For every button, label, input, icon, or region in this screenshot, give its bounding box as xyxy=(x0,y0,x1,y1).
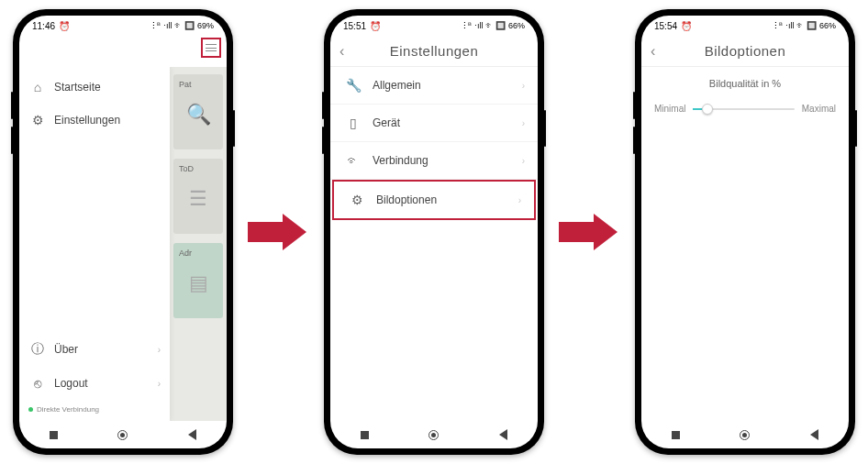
settings-item-device[interactable]: ▯Gerät› xyxy=(330,105,538,142)
info-icon: ⓘ xyxy=(28,341,47,358)
settings-item-image-options-icon: ⚙ xyxy=(347,193,367,207)
android-navbar xyxy=(641,421,849,448)
logout-icon: ⎋ xyxy=(28,376,47,391)
slider-min-label: Minimal xyxy=(654,104,685,114)
chevron-right-icon: › xyxy=(522,118,525,128)
settings-item-label: Allgemein xyxy=(373,79,421,92)
connection-status: Direkte Verbindung xyxy=(19,400,170,421)
status-bar: 15:54 ⏰ ⵗ ᴮ ⋅ıll ᯤ 🔲 66% xyxy=(641,16,849,36)
card-label: ToD xyxy=(179,164,194,173)
settings-item-label: Verbindung xyxy=(373,154,428,167)
android-navbar xyxy=(330,421,538,448)
hamburger-highlight xyxy=(201,38,221,58)
card-todo[interactable]: ToD ☰ xyxy=(173,159,223,234)
phone-3: 15:54 ⏰ ⵗ ᴮ ⋅ıll ᯤ 🔲 66% ‹ Bildoptionen … xyxy=(635,9,855,455)
power-button[interactable] xyxy=(233,110,235,147)
status-time: 15:54 xyxy=(654,21,677,31)
hamburger-icon[interactable] xyxy=(206,44,217,51)
volume-up[interactable] xyxy=(633,92,635,119)
settings-item-connection[interactable]: ᯤVerbindung› xyxy=(330,142,538,180)
phone-1: 11:46 ⏰ ⵗ ᴮ ⋅ıll ᯤ 🔲 69% Pat 🔍 ToD ☰ xyxy=(13,9,233,455)
flow-arrow-2 xyxy=(559,214,621,250)
card-address[interactable]: Adr ▤ xyxy=(173,243,223,318)
quality-slider[interactable] xyxy=(693,108,794,110)
status-bar: 15:51 ⏰ ⵗ ᴮ ⋅ıll ᯤ 🔲 66% xyxy=(330,16,538,36)
settings-list: 🔧Allgemein›▯Gerät›ᯤVerbindung›⚙Bildoptio… xyxy=(330,67,538,220)
settings-item-image-options[interactable]: ⚙Bildoptionen› xyxy=(332,180,536,220)
alarm-icon: ⏰ xyxy=(370,21,381,31)
sidebar-item-settings[interactable]: ⚙ Einstellungen xyxy=(19,104,170,137)
page-title: Einstellungen xyxy=(390,43,479,59)
volume-up[interactable] xyxy=(11,92,13,119)
card-label: Adr xyxy=(179,249,192,258)
power-button[interactable] xyxy=(544,110,546,147)
status-indicators: ⵗ ᴮ ⋅ıll ᯤ 🔲 69% xyxy=(152,21,214,30)
alarm-icon: ⏰ xyxy=(681,21,692,31)
card-label: Pat xyxy=(179,80,192,89)
alarm-icon: ⏰ xyxy=(59,21,70,31)
phone-2: 15:51 ⏰ ⵗ ᴮ ⋅ıll ᯤ 🔲 66% ‹ Einstellungen… xyxy=(324,9,544,455)
list-icon: ☰ xyxy=(189,187,207,211)
recents-button[interactable] xyxy=(361,431,369,439)
status-indicators: ⵗ ᴮ ⋅ıll ᯤ 🔲 66% xyxy=(463,21,525,30)
connection-label: Direkte Verbindung xyxy=(37,405,99,414)
chevron-right-icon: › xyxy=(522,81,525,91)
android-navbar xyxy=(19,421,227,448)
home-icon: ⌂ xyxy=(28,80,47,94)
back-button[interactable] xyxy=(188,429,196,440)
sidebar-item-label: Über xyxy=(54,343,78,356)
slider-max-label: Maximal xyxy=(802,104,836,114)
volume-down[interactable] xyxy=(633,127,635,154)
book-icon: ▤ xyxy=(189,271,208,295)
home-button[interactable] xyxy=(740,430,750,440)
back-icon[interactable]: ‹ xyxy=(651,43,655,60)
back-icon[interactable]: ‹ xyxy=(339,43,344,60)
search-person-icon: 🔍 xyxy=(186,103,211,127)
app-bar: ‹ Bildoptionen xyxy=(641,36,849,67)
chevron-right-icon: › xyxy=(522,156,525,166)
status-time: 11:46 xyxy=(32,21,55,31)
sidebar-item-label: Logout xyxy=(54,377,88,390)
quality-heading: Bildqualität in % xyxy=(641,67,849,104)
flow-arrow-1 xyxy=(248,214,310,250)
back-button[interactable] xyxy=(499,429,507,440)
volume-down[interactable] xyxy=(322,127,324,154)
settings-item-general-icon: 🔧 xyxy=(343,78,363,93)
app-bar: ‹ Einstellungen xyxy=(330,36,538,67)
content-dimmed: Pat 🔍 ToD ☰ Adr ▤ xyxy=(170,67,227,421)
settings-item-label: Bildoptionen xyxy=(376,193,437,206)
sidebar-item-about[interactable]: ⓘ Über › xyxy=(19,332,170,367)
home-button[interactable] xyxy=(117,430,128,440)
volume-up[interactable] xyxy=(322,92,324,119)
chevron-right-icon: › xyxy=(518,195,521,205)
back-button[interactable] xyxy=(810,429,818,440)
status-dot-icon xyxy=(28,407,33,412)
settings-item-device-icon: ▯ xyxy=(343,116,363,130)
chevron-right-icon: › xyxy=(158,345,161,355)
status-indicators: ⵗ ᴮ ⋅ıll ᯤ 🔲 66% xyxy=(774,21,836,30)
volume-down[interactable] xyxy=(11,127,13,154)
navigation-drawer: ⌂ Startseite ⚙ Einstellungen ⓘ Über › ⎋ … xyxy=(19,67,170,421)
card-pat[interactable]: Pat 🔍 xyxy=(173,74,223,149)
sidebar-item-label: Startseite xyxy=(54,81,101,94)
gear-icon: ⚙ xyxy=(28,113,47,127)
settings-item-label: Gerät xyxy=(373,116,400,129)
app-bar xyxy=(19,36,227,67)
sidebar-item-home[interactable]: ⌂ Startseite xyxy=(19,71,170,104)
recents-button[interactable] xyxy=(672,431,680,439)
status-time: 15:51 xyxy=(343,21,366,31)
recents-button[interactable] xyxy=(50,431,58,439)
home-button[interactable] xyxy=(428,430,439,440)
status-bar: 11:46 ⏰ ⵗ ᴮ ⋅ıll ᯤ 🔲 69% xyxy=(19,16,227,36)
quality-slider-row: Minimal Maximal xyxy=(641,104,849,114)
page-title: Bildoptionen xyxy=(705,43,786,59)
power-button[interactable] xyxy=(855,110,857,147)
slider-thumb[interactable] xyxy=(702,104,713,115)
sidebar-item-label: Einstellungen xyxy=(54,114,120,127)
chevron-right-icon: › xyxy=(158,379,161,389)
sidebar-item-logout[interactable]: ⎋ Logout › xyxy=(19,367,170,400)
settings-item-connection-icon: ᯤ xyxy=(343,153,363,168)
settings-item-general[interactable]: 🔧Allgemein› xyxy=(330,67,538,105)
